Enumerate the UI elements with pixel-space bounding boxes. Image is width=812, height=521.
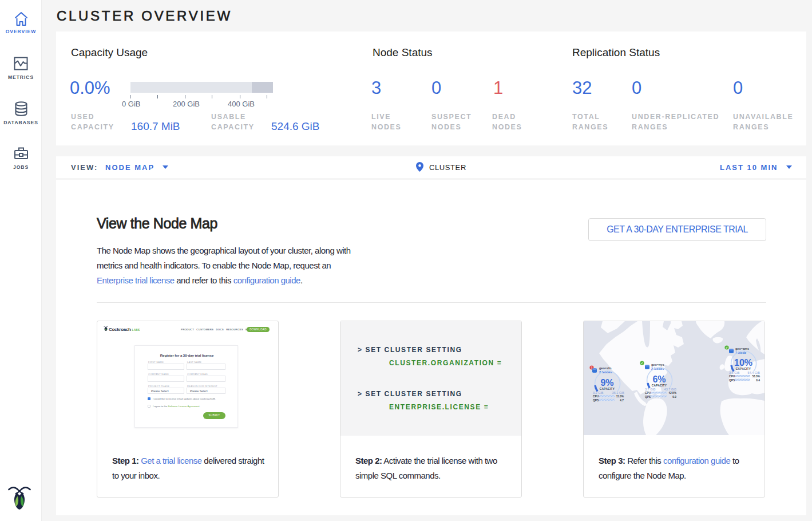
svg-text:3.2 GiB: 3.2 GiB	[593, 391, 604, 394]
svg-text:CAPACITY: CAPACITY	[736, 368, 751, 370]
svg-text:✓: ✓	[641, 361, 644, 365]
svg-text:geo=ams: geo=ams	[735, 347, 749, 350]
svg-text:9%: 9%	[600, 378, 613, 388]
svg-text:6%: 6%	[652, 374, 666, 384]
svg-text:0.0: 0.0	[672, 396, 676, 398]
svg-text:CPU: CPU	[729, 375, 735, 378]
svg-text:CPU: CPU	[593, 395, 599, 398]
svg-text:CPU: CPU	[645, 392, 651, 394]
svg-text:35.1 GiB: 35.1 GiB	[612, 391, 625, 394]
svg-text:QPS: QPS	[729, 379, 735, 382]
svg-text:53.3%: 53.3%	[752, 375, 760, 378]
svg-text:geo=sfo: geo=sfo	[599, 366, 612, 370]
svg-text:CAPACITY: CAPACITY	[652, 384, 667, 387]
svg-text:3.6 GiB: 3.6 GiB	[729, 371, 740, 374]
svg-text:QPS: QPS	[593, 399, 599, 402]
svg-text:11.0%: 11.0%	[616, 395, 624, 398]
svg-text:QPS: QPS	[645, 396, 651, 398]
svg-text:4.7: 4.7	[620, 399, 624, 402]
svg-text:0.4: 0.4	[756, 379, 760, 382]
svg-text:43.7 GiB: 43.7 GiB	[664, 388, 677, 391]
svg-text:10%: 10%	[734, 358, 752, 368]
svg-text:geo=nyc: geo=nyc	[651, 363, 664, 366]
svg-text:CAPACITY: CAPACITY	[600, 388, 615, 390]
svg-text:✓: ✓	[726, 346, 728, 349]
svg-text:3.7 GiB: 3.7 GiB	[645, 388, 656, 391]
svg-text:42.5%: 42.5%	[668, 392, 676, 394]
svg-text:54.4 GiB: 54.4 GiB	[748, 371, 760, 374]
